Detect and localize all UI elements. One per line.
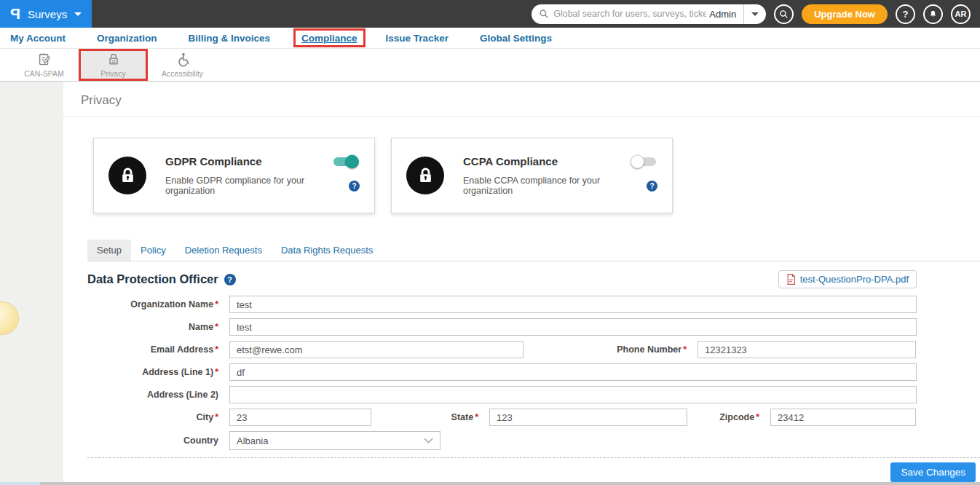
chevron-down-icon bbox=[424, 438, 433, 443]
tab-data-rights-requests[interactable]: Data Rights Requests bbox=[272, 240, 382, 261]
address2-input[interactable] bbox=[229, 386, 917, 403]
app-logo-menu[interactable]: P Surveys bbox=[0, 0, 92, 28]
email-input[interactable] bbox=[229, 341, 523, 358]
compliance-highlight-box: Compliance bbox=[293, 28, 365, 47]
nav-item-my-account[interactable]: My Account bbox=[10, 33, 66, 44]
form-row-email-phone: Email Address* Phone Number* bbox=[87, 341, 917, 358]
ccpa-card-title: CCPA Compliance bbox=[463, 155, 558, 167]
state-label: State* bbox=[371, 412, 489, 422]
form-row-organization-name: Organization Name* bbox=[87, 296, 917, 313]
address1-label: Address (Line 1)* bbox=[87, 367, 229, 377]
tab-deletion-requests[interactable]: Deletion Requests bbox=[175, 240, 272, 261]
compliance-cards-row: GDPR Compliance Enable GDPR compliance f… bbox=[93, 138, 980, 213]
scrollbar-thumb[interactable] bbox=[0, 482, 40, 485]
questionpro-logo-icon: P bbox=[10, 5, 20, 23]
search-scope-dropdown[interactable] bbox=[744, 4, 766, 24]
search-button[interactable] bbox=[774, 4, 794, 24]
dpo-form: Organization Name* Name* Email Address* … bbox=[87, 296, 917, 450]
dpa-attachment-link[interactable]: test-QuestionPro-DPA.pdf bbox=[778, 270, 917, 288]
horizontal-scrollbar[interactable] bbox=[0, 482, 980, 485]
tab-policy[interactable]: Policy bbox=[131, 240, 175, 261]
chevron-down-icon bbox=[751, 12, 759, 16]
country-label: Country bbox=[87, 435, 229, 446]
notifications-button[interactable] bbox=[923, 4, 943, 24]
pdf-file-icon bbox=[786, 274, 796, 285]
topbar-actions: Admin Upgrade Now ? AR bbox=[532, 4, 980, 24]
global-search: Admin bbox=[532, 4, 766, 24]
search-scope-label: Admin bbox=[706, 9, 743, 20]
form-row-city-state-zip: City* State* Zipcode* bbox=[87, 409, 917, 426]
gdpr-card-description: Enable GDPR compliance for your organiza… bbox=[165, 176, 349, 196]
toolbar-item-privacy[interactable]: Privacy bbox=[79, 49, 148, 81]
zipcode-input[interactable] bbox=[770, 409, 916, 426]
feedback-widget-button[interactable] bbox=[0, 301, 19, 335]
gdpr-card-title: GDPR Compliance bbox=[165, 155, 262, 167]
toggle-knob bbox=[631, 154, 644, 168]
required-marker: * bbox=[756, 412, 759, 422]
privacy-lock-icon bbox=[106, 52, 121, 68]
zipcode-label: Zipcode* bbox=[687, 412, 770, 422]
required-marker: * bbox=[215, 367, 218, 377]
nav-item-organization[interactable]: Organization bbox=[97, 33, 157, 44]
ccpa-toggle[interactable] bbox=[631, 157, 656, 166]
user-avatar[interactable]: AR bbox=[951, 4, 971, 24]
gdpr-lock-badge bbox=[108, 157, 146, 194]
phone-label: Phone Number* bbox=[523, 344, 698, 355]
gdpr-card-body: GDPR Compliance Enable GDPR compliance f… bbox=[165, 155, 360, 196]
ccpa-card-description: Enable CCPA compliance for your organiza… bbox=[463, 176, 647, 196]
form-row-name: Name* bbox=[87, 318, 917, 336]
form-row-address1: Address (Line 1)* bbox=[87, 363, 917, 381]
city-input[interactable] bbox=[229, 409, 371, 426]
toolbar-item-can-spam[interactable]: CAN-SPAM bbox=[9, 49, 79, 81]
ccpa-help-icon[interactable]: ? bbox=[647, 181, 657, 192]
tab-setup[interactable]: Setup bbox=[87, 240, 131, 261]
compliance-toolbar: CAN-SPAM Privacy Accessibility bbox=[0, 49, 980, 82]
state-input[interactable] bbox=[489, 409, 687, 426]
gdpr-toggle[interactable] bbox=[333, 157, 358, 166]
address2-label: Address (Line 2) bbox=[87, 390, 229, 400]
gdpr-help-icon[interactable]: ? bbox=[349, 181, 360, 192]
toolbar-item-label: CAN-SPAM bbox=[24, 69, 64, 78]
toolbar-item-accessibility[interactable]: Accessibility bbox=[148, 49, 217, 81]
admin-nav: My Account Organization Billing & Invoic… bbox=[0, 28, 980, 49]
lock-icon bbox=[118, 166, 138, 186]
nav-item-issue-tracker[interactable]: Issue Tracker bbox=[386, 33, 448, 44]
can-spam-document-icon bbox=[36, 52, 52, 68]
dpo-help-icon[interactable]: ? bbox=[224, 274, 236, 285]
search-icon bbox=[779, 9, 789, 19]
form-row-address2: Address (Line 2) bbox=[87, 386, 917, 403]
upgrade-now-button[interactable]: Upgrade Now bbox=[802, 4, 888, 24]
organization-name-input[interactable] bbox=[229, 296, 917, 313]
ccpa-lock-badge bbox=[406, 157, 444, 194]
dpo-section-header: Data Protection Officer ? test-QuestionP… bbox=[87, 270, 917, 288]
required-marker: * bbox=[683, 344, 687, 355]
nav-item-compliance[interactable]: Compliance bbox=[301, 33, 357, 44]
nav-item-global-settings[interactable]: Global Settings bbox=[480, 33, 552, 44]
toggle-knob bbox=[345, 154, 359, 168]
lock-icon bbox=[416, 166, 435, 186]
chevron-down-icon bbox=[74, 12, 82, 16]
bell-icon bbox=[928, 9, 938, 19]
dpo-section-title: Data Protection Officer bbox=[87, 272, 218, 286]
country-selected-value: Albania bbox=[237, 435, 268, 446]
topbar: P Surveys Admin Upgrade Now ? AR bbox=[0, 0, 980, 28]
save-changes-button[interactable]: Save Changes bbox=[890, 462, 976, 482]
help-button[interactable]: ? bbox=[896, 4, 915, 24]
city-label: City* bbox=[87, 412, 229, 422]
accessibility-icon bbox=[175, 52, 191, 68]
page-header: Privacy bbox=[63, 82, 980, 117]
address1-input[interactable] bbox=[229, 363, 917, 381]
ccpa-compliance-card: CCPA Compliance Enable CCPA compliance f… bbox=[391, 138, 673, 213]
name-label: Name* bbox=[87, 322, 229, 332]
search-input[interactable] bbox=[553, 9, 706, 19]
name-input[interactable] bbox=[229, 318, 917, 336]
phone-input[interactable] bbox=[698, 341, 916, 358]
form-footer: Save Changes bbox=[63, 462, 980, 482]
toolbar-item-label: Accessibility bbox=[162, 69, 203, 78]
organization-name-label: Organization Name* bbox=[87, 299, 229, 309]
page-title: Privacy bbox=[81, 93, 980, 108]
required-marker: * bbox=[475, 412, 478, 422]
country-select[interactable]: Albania bbox=[229, 431, 440, 450]
required-marker: * bbox=[215, 412, 218, 422]
nav-item-billing-invoices[interactable]: Billing & Invoices bbox=[189, 33, 271, 44]
